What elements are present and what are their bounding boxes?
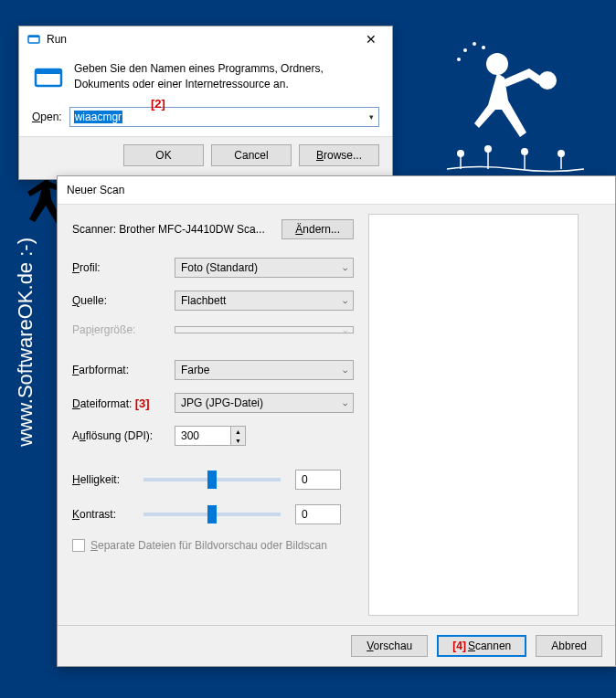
scan-button[interactable]: [4]Scannen xyxy=(437,635,526,657)
watermark-left: www.SoftwareOK.de :-) xyxy=(14,238,37,447)
svg-point-5 xyxy=(457,58,461,61)
spin-down-icon[interactable]: ▼ xyxy=(231,436,245,445)
chevron-down-icon: ⌵ xyxy=(343,325,347,334)
scan-dialog: Neuer Scan Scanner: Brother MFC-J4410DW … xyxy=(57,175,616,667)
resolution-label: Auflösung (DPI): xyxy=(72,429,167,442)
svg-point-4 xyxy=(482,46,485,49)
svg-rect-14 xyxy=(36,69,61,74)
papersize-label: Papiergröße: xyxy=(72,323,167,336)
chevron-down-icon: ⌵ xyxy=(343,263,347,272)
chevron-down-icon: ⌵ xyxy=(343,296,347,305)
run-title: Run xyxy=(47,33,357,46)
spin-up-icon[interactable]: ▲ xyxy=(231,427,245,436)
open-input[interactable]: wiaacmgr▾ xyxy=(69,107,379,127)
slider-thumb[interactable] xyxy=(207,505,217,524)
scan-cancel-button[interactable]: Abbred xyxy=(536,635,602,657)
source-label: Quelle: xyxy=(72,294,167,307)
chevron-down-icon: ⌵ xyxy=(343,365,347,375)
resolution-input[interactable]: 300 ▲▼ xyxy=(175,426,246,446)
open-label: Open: xyxy=(32,111,62,123)
run-icon-small xyxy=(27,32,41,47)
profile-dropdown[interactable]: Foto (Standard) ⌵ xyxy=(175,258,354,278)
brightness-label: Helligkeit: xyxy=(72,473,136,486)
svg-point-8 xyxy=(521,148,528,155)
chevron-down-icon[interactable]: ▾ xyxy=(369,112,374,122)
fileformat-label: Dateiformat: [3] xyxy=(72,397,167,410)
svg-rect-12 xyxy=(28,36,39,37)
profile-label: Profil: xyxy=(72,261,167,274)
chevron-down-icon: ⌵ xyxy=(343,398,347,407)
slider-thumb[interactable] xyxy=(207,471,217,489)
svg-point-7 xyxy=(484,145,492,153)
scanner-label: Scanner: Brother MFC-J4410DW Sca... xyxy=(72,223,274,236)
brightness-slider[interactable] xyxy=(143,478,281,481)
papersize-dropdown: ⌵ xyxy=(175,326,354,333)
ok-button[interactable]: OK xyxy=(123,144,204,166)
decoration-flowers xyxy=(442,137,589,180)
svg-point-3 xyxy=(473,42,476,46)
scan-preview-area xyxy=(368,214,579,616)
separate-files-label: Separate Dateien für Bildvorschau oder B… xyxy=(90,539,327,552)
run-description: Geben Sie den Namen eines Programms, Ord… xyxy=(74,61,379,94)
browse-button[interactable]: Browse... xyxy=(299,144,379,166)
svg-point-0 xyxy=(486,53,508,75)
source-dropdown[interactable]: Flachbett ⌵ xyxy=(175,291,354,311)
colorformat-dropdown[interactable]: Farbe ⌵ xyxy=(175,360,354,380)
run-icon-large xyxy=(32,61,65,94)
annotation-2: [2] xyxy=(151,97,165,111)
annotation-4: [4] xyxy=(452,640,466,652)
annotation-3: [3] xyxy=(135,397,150,410)
scan-title: Neuer Scan xyxy=(58,176,615,205)
svg-point-6 xyxy=(457,150,464,157)
run-dialog: Run ✕ Geben Sie den Namen eines Programm… xyxy=(18,26,393,180)
svg-point-2 xyxy=(463,48,467,52)
preview-button[interactable]: Vorschau xyxy=(351,635,428,657)
separate-files-checkbox xyxy=(72,539,85,552)
colorformat-label: Farbformat: xyxy=(72,364,167,376)
contrast-label: Kontrast: xyxy=(72,508,136,521)
fileformat-dropdown[interactable]: JPG (JPG-Datei) ⌵ xyxy=(175,393,354,413)
close-button[interactable]: ✕ xyxy=(357,32,385,47)
contrast-value[interactable]: 0 xyxy=(295,504,341,524)
run-titlebar: Run ✕ xyxy=(19,26,392,52)
brightness-value[interactable]: 0 xyxy=(295,470,341,490)
cancel-button[interactable]: Cancel xyxy=(211,144,292,166)
svg-point-9 xyxy=(558,150,565,157)
svg-point-1 xyxy=(538,71,557,90)
contrast-slider[interactable] xyxy=(143,513,281,516)
change-scanner-button[interactable]: Ändern... xyxy=(281,219,354,239)
